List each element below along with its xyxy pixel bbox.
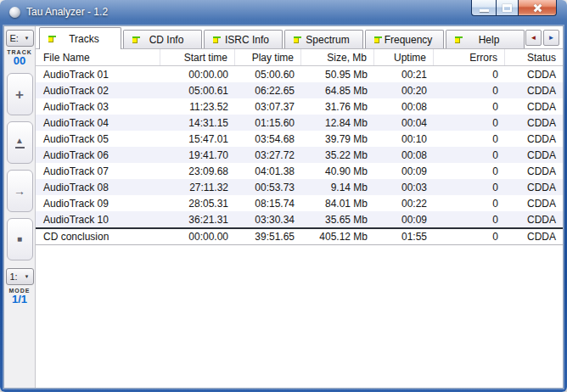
table-header-row: File Name Start time Play time Size, Mb … (36, 49, 563, 66)
tab-scroll-right-button[interactable]: ► (543, 30, 559, 46)
table-cell: 00:08 (374, 101, 434, 113)
table-row[interactable]: AudioTrack 0619:41.7003:27.7235.22 Mb00:… (36, 147, 563, 163)
table-row[interactable]: AudioTrack 0414:31.1501:15.6012.84 Mb00:… (36, 115, 563, 131)
mode-selector[interactable]: 1: ▼ (6, 268, 34, 285)
maximize-button[interactable] (496, 0, 519, 16)
table-cell: 08:15.74 (235, 198, 301, 210)
tab-frequency[interactable]: Frequency (365, 30, 444, 48)
app-icon (9, 7, 20, 18)
table-cell: 01:55 (374, 231, 434, 243)
table-cell: 00:00.00 (160, 69, 235, 81)
tab-spectrum[interactable]: Spectrum (284, 30, 363, 48)
table-cell: 50.95 Mb (301, 69, 374, 81)
table-row[interactable]: AudioTrack 1036:21.3103:30.3435.65 Mb00:… (36, 211, 563, 227)
tab-help[interactable]: Help (446, 30, 525, 48)
table-cell: 40.90 Mb (301, 165, 374, 177)
tab-scroll-left-button[interactable]: ◄ (525, 30, 542, 46)
column-header-file-name[interactable]: File Name (36, 49, 160, 65)
table-cell: CDDA (505, 69, 563, 81)
main-panel: Tracks CD Info ISRC Info Spectrum Freque… (36, 26, 563, 388)
table-cell: CDDA (505, 133, 563, 145)
eject-button[interactable]: ▲ (7, 121, 33, 164)
column-header-errors[interactable]: Errors (434, 49, 505, 65)
column-header-play-time[interactable]: Play time (235, 49, 301, 65)
minimize-icon (480, 9, 489, 12)
table-cell: 00:04 (374, 117, 434, 129)
table-cell: 28:05.31 (160, 198, 235, 210)
chevron-down-icon: ▼ (25, 274, 30, 279)
table-cell: 0 (434, 85, 505, 97)
column-header-status[interactable]: Status (505, 49, 563, 65)
table-row[interactable]: AudioTrack 0311:23.5203:07.3731.76 Mb00:… (36, 98, 563, 115)
cell-file-name: AudioTrack 03 (36, 101, 160, 113)
mode-group: 1: ▼ MODE 1/1 (6, 268, 34, 305)
column-header-start-time[interactable]: Start time (160, 49, 235, 65)
cell-file-name: AudioTrack 07 (36, 165, 160, 177)
tab-scroll-controls: ◄ ► (525, 30, 559, 46)
tab-flag-icon (48, 36, 56, 42)
cell-file-name: CD conclusion (36, 231, 160, 243)
app-window: Tau Analyzer - 1.2 E: ▼ TRACK 00 + (0, 0, 567, 392)
table-row[interactable]: AudioTrack 0515:47.0103:54.6839.79 Mb00:… (36, 131, 563, 147)
start-button[interactable]: → (7, 170, 33, 212)
tab-cd-info[interactable]: CD Info (123, 30, 202, 48)
table-cell: 00:21 (374, 69, 434, 81)
cell-file-name: AudioTrack 09 (36, 198, 160, 210)
table-row[interactable]: AudioTrack 0100:00.0005:00.6050.95 Mb00:… (36, 66, 563, 82)
table-cell: 03:30.34 (235, 214, 301, 226)
table-cell: 06:22.65 (235, 85, 301, 97)
cell-file-name: AudioTrack 01 (36, 69, 160, 81)
table-cell: 00:09 (374, 214, 434, 226)
column-header-size[interactable]: Size, Mb (301, 49, 374, 65)
table-cell: CDDA (505, 198, 563, 210)
table-cell: 31.76 Mb (301, 101, 374, 113)
table-row[interactable]: AudioTrack 0928:05.3108:15.7484.01 Mb00:… (36, 195, 563, 211)
table-row[interactable]: AudioTrack 0205:00.6106:22.6564.85 Mb00:… (36, 82, 563, 98)
table-cell: 0 (434, 133, 505, 145)
table-cell: CDDA (505, 214, 563, 226)
table-cell: 35.65 Mb (301, 214, 374, 226)
table-cell: 03:27.72 (235, 149, 301, 161)
table-cell: 00:10 (374, 133, 434, 145)
table-cell: CDDA (505, 149, 563, 161)
table-cell: 14:31.15 (160, 117, 235, 129)
table-cell: 0 (434, 165, 505, 177)
arrow-right-icon: → (14, 185, 25, 197)
tab-tracks[interactable]: Tracks (39, 27, 121, 49)
tab-flag-icon (294, 36, 301, 43)
tab-isrc-info[interactable]: ISRC Info (204, 30, 283, 48)
sidebar: E: ▼ TRACK 00 + ▲ → ■ 1: ▼ (4, 26, 36, 388)
table-cell: CDDA (505, 117, 563, 129)
table-row[interactable]: AudioTrack 0723:09.6804:01.3840.90 Mb00:… (36, 163, 563, 179)
title-bar[interactable]: Tau Analyzer - 1.2 (0, 0, 567, 25)
table-cell: 05:00.61 (160, 85, 235, 97)
table-cell: 19:41.70 (160, 149, 235, 161)
table-cell: CDDA (505, 231, 563, 243)
table-cell: 27:11.32 (160, 182, 235, 193)
table-cell: 23:09.68 (160, 165, 235, 177)
close-icon (532, 3, 543, 13)
table-cell: 0 (434, 101, 505, 113)
close-button[interactable] (519, 0, 557, 16)
table-row[interactable]: AudioTrack 0827:11.3200:53.739.14 Mb00:0… (36, 179, 563, 195)
mode-selector-value: 1: (10, 272, 18, 282)
table-cell: CDDA (505, 101, 563, 113)
tab-flag-icon (132, 36, 140, 43)
column-header-uptime[interactable]: Uptime (374, 49, 434, 65)
cell-file-name: AudioTrack 04 (36, 117, 160, 129)
add-button[interactable]: + (7, 73, 33, 115)
table-cell: 03:54.68 (235, 133, 301, 145)
table-cell: CDDA (505, 165, 563, 177)
drive-selector[interactable]: E: ▼ (6, 30, 34, 47)
stop-button[interactable]: ■ (7, 218, 33, 260)
table-cell: 03:07.37 (235, 101, 301, 113)
window-title: Tau Analyzer - 1.2 (26, 6, 108, 18)
tab-strip: Tracks CD Info ISRC Info Spectrum Freque… (36, 26, 563, 49)
tab-flag-icon (455, 36, 463, 43)
arrow-left-icon: ◄ (531, 35, 537, 42)
table-cell: CDDA (505, 85, 563, 97)
minimize-button[interactable] (471, 0, 496, 16)
table-cell: 04:01.38 (235, 165, 301, 177)
table-cell: 0 (434, 214, 505, 226)
table-cell: 39.79 Mb (301, 133, 374, 145)
